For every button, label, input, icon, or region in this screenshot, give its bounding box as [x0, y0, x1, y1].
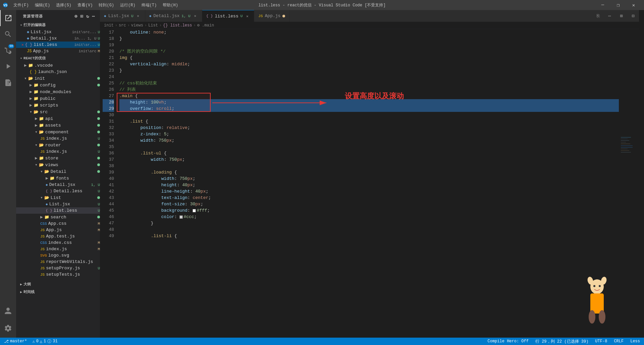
tree-init[interactable]: ▾ 📂 init — [16, 75, 100, 82]
open-file-detail-jsx[interactable]: ◈ Detail.jsx in... 1, U U — [16, 35, 100, 42]
tree-detail-jsx[interactable]: ◈ Detail.jsx 1, U — [16, 182, 100, 188]
more-actions-button[interactable]: ⋯ — [604, 10, 615, 22]
tree-detail-folder[interactable]: ▾ 📂 Detail — [16, 168, 100, 175]
tree-search-folder[interactable]: ▶ 📁 search — [16, 214, 100, 220]
menu-edit[interactable]: 编辑(E) — [32, 2, 53, 9]
tab-list-less-close[interactable]: ✕ — [245, 13, 250, 19]
tab-app-js[interactable]: JS App.js — [254, 10, 289, 22]
tree-app-js-src[interactable]: JS App.js M — [16, 227, 100, 233]
code-editor[interactable]: 17 18 19 20 21 22 23 24 25 26 27 28 29 3… — [100, 29, 639, 338]
tree-store[interactable]: ▶ 📁 store — [16, 155, 100, 161]
status-eol[interactable]: CRLF — [612, 339, 625, 344]
tree-router-index[interactable]: JS index.js U — [16, 148, 100, 155]
tree-router[interactable]: ▾ 📂 router — [16, 142, 100, 148]
menu-terminal[interactable]: 终端(T) — [139, 2, 160, 9]
tree-list-jsx[interactable]: ◈ List.jsx U — [16, 201, 100, 207]
tree-node-modules[interactable]: ▶ 📁 node_modules — [16, 88, 100, 95]
menu-file[interactable]: 文件(F) — [11, 2, 32, 9]
tree-setup-tests[interactable]: JS setupTests.js — [16, 271, 100, 278]
outline-section[interactable]: ▶ 大纲 — [16, 280, 100, 288]
status-position[interactable]: 行 29，列 22 (已选择 39) — [534, 339, 590, 344]
menu-select[interactable]: 选择(S) — [53, 2, 74, 9]
tree-app-css[interactable]: CSS App.css M — [16, 220, 100, 227]
activity-account[interactable] — [0, 303, 16, 319]
new-file-button[interactable]: ⊕ — [74, 13, 78, 20]
activity-search[interactable] — [0, 26, 16, 42]
tree-config[interactable]: ▶ 📁 config — [16, 82, 100, 88]
list-jsx-tree-label: List.jsx — [49, 202, 97, 207]
sidebar-actions[interactable]: ⊕ ⊞ ↻ ⋯ — [74, 13, 96, 20]
code-lines[interactable]: outline: none; } /* 图片的空白间隙 */ img { ver… — [117, 29, 619, 338]
menu-run[interactable]: 运行(R) — [117, 2, 138, 9]
open-file-list-less[interactable]: ✕ { } list.less init\sr... U — [16, 42, 100, 48]
project-section[interactable]: ▾ REACT的优信 — [16, 54, 100, 62]
open-file-list-jsx[interactable]: ◈ List.jsx init\src... U — [16, 29, 100, 35]
tree-launch-json[interactable]: { } launch.json — [16, 69, 100, 75]
timeline-section[interactable]: ▶ 时间线 — [16, 288, 100, 296]
tab-list-jsx[interactable]: ◈ List.jsx U ✕ — [100, 10, 145, 22]
tab-detail-jsx-close[interactable]: ✕ — [193, 13, 198, 19]
tree-report-web[interactable]: JS reportWebVitals.js — [16, 259, 100, 265]
tree-assets[interactable]: ▶ 📁 assets — [16, 122, 100, 129]
views-chevron: ▾ — [35, 162, 38, 167]
breadcrumb-init[interactable]: init — [104, 23, 114, 28]
activity-source-control[interactable]: 98 — [0, 42, 16, 58]
breadcrumb-listless[interactable]: {} list.less — [163, 23, 192, 28]
tree-public[interactable]: ▶ 📁 public — [16, 95, 100, 102]
tree-setup-proxy[interactable]: JS setupProxy.js U — [16, 265, 100, 271]
store-label: store — [45, 156, 95, 161]
tree-scripts[interactable]: ▶ 📁 scripts — [16, 102, 100, 109]
menu-view[interactable]: 查看(V) — [75, 2, 96, 9]
tree-vscode[interactable]: ▶ 📁 .vscode — [16, 62, 100, 69]
tab-detail-jsx[interactable]: ◈ Detail.jsx 1, U ✕ — [145, 10, 202, 22]
tab-list-less[interactable]: { } list.less U ✕ — [202, 10, 255, 22]
breadcrumb-views[interactable]: views — [131, 23, 143, 28]
layout-button[interactable]: ⊞ — [615, 10, 627, 22]
activity-extensions[interactable] — [0, 74, 16, 90]
activity-run[interactable] — [0, 58, 16, 74]
maximize-button[interactable]: ❐ — [610, 0, 626, 10]
list-jsx-label: List.jsx — [31, 29, 71, 34]
tree-component[interactable]: ▾ 📂 component — [16, 129, 100, 135]
status-encoding[interactable]: UTF-8 — [594, 339, 608, 344]
tab-list-jsx-close[interactable]: ✕ — [136, 13, 141, 19]
menu-help[interactable]: 帮助(H) — [160, 2, 181, 9]
tree-list-folder[interactable]: ▾ 📂 List — [16, 194, 100, 201]
activity-explorer[interactable] — [0, 10, 16, 26]
tree-fonts[interactable]: ▶ 📁 fonts — [16, 175, 100, 182]
titlebar-controls[interactable]: ─ ❐ ✕ — [595, 0, 641, 10]
tree-api[interactable]: ▶ 📁 api — [16, 115, 100, 122]
close-button[interactable]: ✕ — [626, 0, 641, 10]
tree-index-css[interactable]: CSS index.css M — [16, 239, 100, 246]
custom-layout-button[interactable]: ⊟ — [627, 10, 639, 22]
status-compile-hero[interactable]: Compile Hero: Off — [486, 339, 530, 344]
tree-src[interactable]: ▾ 📂 src — [16, 109, 100, 115]
detail-jsx-badge: U — [98, 37, 100, 41]
breadcrumb-main[interactable]: ⚙ .main — [197, 23, 214, 28]
status-errors[interactable]: ⚠ 0 △ 1 ⓘ 31 — [31, 339, 59, 344]
split-editor-button[interactable]: ⎘ — [592, 10, 604, 22]
activity-settings[interactable] — [0, 320, 16, 336]
status-language[interactable]: Less — [629, 339, 641, 344]
breadcrumb-list[interactable]: List — [148, 23, 158, 28]
tree-index-js[interactable]: JS index.js M — [16, 246, 100, 252]
tree-detail-less[interactable]: { } Detail.less U — [16, 188, 100, 194]
close-icon[interactable]: ✕ — [21, 43, 24, 47]
tree-component-index[interactable]: JS index.js U — [16, 135, 100, 142]
open-editors-section[interactable]: ▾ 打开的编辑器 — [16, 21, 100, 29]
tree-list-less[interactable]: { } list.less U — [16, 207, 100, 214]
tree-views[interactable]: ▾ 📂 views — [16, 161, 100, 168]
breadcrumb-sep3: › — [145, 23, 147, 28]
titlebar-menu[interactable]: 文件(F) 编辑(E) 选择(S) 查看(V) 转到(G) 运行(R) 终端(T… — [11, 2, 181, 9]
breadcrumb-src[interactable]: src — [119, 23, 126, 28]
open-file-app-js[interactable]: JS App.js init\src M — [16, 48, 100, 54]
refresh-button[interactable]: ↻ — [86, 13, 90, 20]
tree-logo-svg[interactable]: SVG logo.svg — [16, 252, 100, 259]
menu-goto[interactable]: 转到(G) — [96, 2, 117, 9]
tab-list-less-icon: { } — [206, 14, 213, 18]
collapse-button[interactable]: ⋯ — [92, 13, 96, 20]
new-folder-button[interactable]: ⊞ — [80, 13, 84, 20]
minimize-button[interactable]: ─ — [595, 0, 610, 10]
status-branch[interactable]: ⎇ master* — [3, 339, 28, 344]
tree-app-test[interactable]: JS App.test.js — [16, 233, 100, 239]
